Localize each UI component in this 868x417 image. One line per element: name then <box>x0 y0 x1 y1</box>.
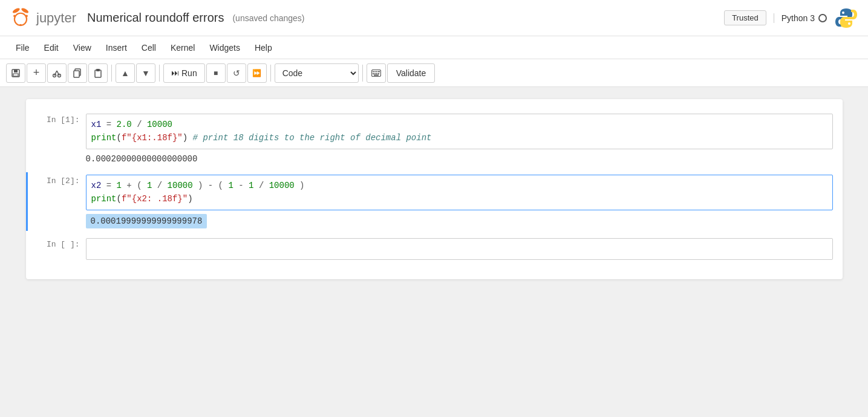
cell-2-output: 0.00019999999999999978 <box>86 214 207 228</box>
run-icon: ⏭ <box>171 68 179 77</box>
cell-3-input[interactable] <box>86 238 833 260</box>
scissors-icon <box>53 68 61 78</box>
menu-kernel[interactable]: Kernel <box>165 39 201 56</box>
paste-button[interactable] <box>88 63 108 83</box>
cell-1-output-row: 0.00020000000000000000 <box>28 149 843 165</box>
svg-point-7 <box>848 22 850 25</box>
interrupt-button[interactable]: ■ <box>206 63 226 83</box>
fast-forward-icon: ⏩ <box>252 69 261 77</box>
notebook-container: In [1]: x1 = 2.0 / 10000 print(f"{x1:.18… <box>26 99 843 279</box>
svg-rect-10 <box>13 74 18 76</box>
menu-edit[interactable]: Edit <box>38 39 65 56</box>
cell-2-line-2: print(f"{x2: .18f}") <box>91 192 827 205</box>
svg-rect-26 <box>376 73 377 74</box>
svg-point-3 <box>13 15 16 17</box>
save-button[interactable] <box>6 63 25 83</box>
cut-button[interactable] <box>47 63 67 83</box>
kernel-name-label: Python 3 <box>782 13 815 23</box>
svg-rect-21 <box>374 71 376 72</box>
cell-1-output: 0.00020000000000000000 <box>86 153 198 165</box>
unsaved-indicator: (unsaved changes) <box>232 13 304 23</box>
run-button[interactable]: ⏭ Run <box>163 63 205 83</box>
cell-1-input-row: In [1]: x1 = 2.0 / 10000 print(f"{x1:.18… <box>28 114 843 149</box>
stop-icon: ■ <box>214 69 218 77</box>
copy-button[interactable] <box>68 63 87 83</box>
cell-type-selector[interactable]: Code Markdown Raw NBConvert <box>275 63 359 83</box>
cell-2-input[interactable]: x2 = 1 + ( 1 / 10000 ) - ( 1 - 1 / 10000 <box>86 175 833 210</box>
keyboard-icon <box>371 70 381 77</box>
trusted-button[interactable]: Trusted <box>724 10 766 25</box>
toolbar-separator-1 <box>111 65 112 82</box>
cell-2-input-row: In [2]: x2 = 1 + ( 1 / 10000 ) - ( 1 - 1 <box>28 175 843 210</box>
jupyter-logo-icon <box>10 7 31 29</box>
svg-point-5 <box>19 24 22 26</box>
python-logo-icon <box>834 6 858 30</box>
fast-forward-button[interactable]: ⏩ <box>247 63 267 83</box>
move-up-button[interactable]: ▲ <box>116 63 135 83</box>
svg-rect-24 <box>373 73 374 74</box>
svg-rect-25 <box>374 73 376 74</box>
add-cell-button[interactable]: + <box>27 63 46 83</box>
kernel-status: Python 3 <box>774 13 827 23</box>
app-name: jupyter <box>36 10 76 26</box>
plus-icon: + <box>33 66 40 79</box>
cell-1-line-2: print(f"{x1:.18f}") # print 18 digits to… <box>91 131 827 144</box>
cell-3-label: In [ ]: <box>38 238 86 249</box>
svg-rect-27 <box>378 73 379 74</box>
cell-1-line-1: x1 = 2.0 / 10000 <box>91 118 827 131</box>
menu-file[interactable]: File <box>10 39 36 56</box>
svg-rect-16 <box>74 71 79 77</box>
toolbar-separator-4 <box>362 65 363 82</box>
notebook-title[interactable]: Numerical roundoff errors <box>87 11 224 25</box>
menu-view[interactable]: View <box>67 39 97 56</box>
validate-button[interactable]: Validate <box>387 63 436 83</box>
notebook-area: In [1]: x1 = 2.0 / 10000 print(f"{x1:.18… <box>0 87 868 417</box>
menu-insert[interactable]: Insert <box>100 39 133 56</box>
arrow-down-icon: ▼ <box>142 68 150 78</box>
copy-icon <box>73 68 82 78</box>
kernel-status-icon <box>818 14 827 22</box>
cell-1-label: In [1]: <box>38 114 86 124</box>
cell-2-label: In [2]: <box>38 175 86 186</box>
menu-widgets[interactable]: Widgets <box>203 39 246 56</box>
svg-rect-22 <box>376 71 377 72</box>
svg-rect-23 <box>378 71 380 72</box>
save-icon <box>11 68 21 78</box>
restart-button[interactable]: ↺ <box>227 63 246 83</box>
cell-2: In [2]: x2 = 1 + ( 1 / 10000 ) - ( 1 - 1 <box>26 172 843 231</box>
cell-1-input[interactable]: x1 = 2.0 / 10000 print(f"{x1:.18f}") # p… <box>86 114 833 149</box>
cell-1: In [1]: x1 = 2.0 / 10000 print(f"{x1:.18… <box>26 111 843 167</box>
restart-icon: ↺ <box>233 68 240 78</box>
toolbar-separator-3 <box>270 65 271 82</box>
menu-help[interactable]: Help <box>249 39 278 56</box>
toolbar: + ▲ ▼ ⏭ Run ■ ↺ ⏩ <box>0 59 868 87</box>
toolbar-separator-2 <box>159 65 160 82</box>
menu-cell[interactable]: Cell <box>135 39 162 56</box>
keyboard-shortcuts-button[interactable] <box>367 63 386 83</box>
menubar: File Edit View Insert Cell Kernel Widget… <box>0 36 868 59</box>
svg-point-2 <box>15 13 27 25</box>
header: jupyter Numerical roundoff errors (unsav… <box>0 0 868 36</box>
svg-rect-9 <box>14 70 18 73</box>
run-label: Run <box>181 68 197 78</box>
cell-3: In [ ]: <box>26 236 843 262</box>
logo-area: jupyter Numerical roundoff errors (unsav… <box>10 7 305 29</box>
cell-2-output-row: 0.00019999999999999978 <box>28 210 843 228</box>
cell-3-input-row: In [ ]: <box>28 238 843 260</box>
svg-rect-28 <box>374 74 379 76</box>
move-down-button[interactable]: ▼ <box>136 63 155 83</box>
arrow-up-icon: ▲ <box>121 68 129 78</box>
svg-rect-18 <box>96 69 100 71</box>
svg-point-4 <box>25 15 28 17</box>
svg-rect-20 <box>373 71 374 72</box>
header-right: Trusted Python 3 <box>724 6 858 30</box>
paste-icon <box>94 68 102 78</box>
svg-point-6 <box>842 11 844 14</box>
cell-2-line-1: x2 = 1 + ( 1 / 10000 ) - ( 1 - 1 / 10000 <box>91 179 827 192</box>
